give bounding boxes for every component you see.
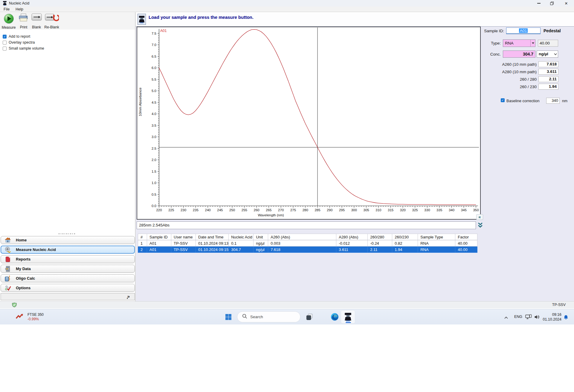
sidebar-item-label: Measure Nucleic Acid (16, 247, 56, 252)
toolbar: Measure Print Blank Re-Blank (0, 12, 135, 30)
table-cell: 40.00 (455, 240, 477, 246)
search-icon (242, 314, 247, 320)
type-label: Type: (460, 41, 501, 45)
menubar: File Help (0, 7, 574, 12)
column-header[interactable]: # (138, 234, 147, 240)
cursor-readout-field[interactable]: 285nm 2.545Abs (137, 221, 476, 229)
column-header[interactable]: Sample Type (418, 234, 455, 240)
column-header[interactable]: User name (171, 234, 196, 240)
sidebar-item-measure-nucleic-acid[interactable]: Measure Nucleic Acid (1, 246, 135, 254)
table-cell: 2.11 (368, 246, 392, 253)
column-header[interactable]: 260/230 (392, 234, 418, 240)
shield-icon (12, 302, 17, 309)
column-header[interactable]: 260/280 (368, 234, 392, 240)
table-cell: RNA (418, 240, 455, 246)
restore-button[interactable] (545, 0, 558, 7)
network-icon[interactable] (525, 314, 532, 321)
table-cell: 2 (138, 246, 147, 253)
expand-table-button[interactable] (477, 222, 483, 229)
chevron-down-icon[interactable] (530, 40, 535, 47)
search-input[interactable]: Search (237, 311, 300, 322)
sidebar-item-label: My Data (16, 267, 31, 271)
double-chevron-down-icon (478, 222, 483, 229)
edge-browser-button[interactable] (331, 313, 339, 322)
table-cell: 304.7 (229, 246, 254, 253)
menu-file[interactable]: File (4, 7, 10, 11)
print-button[interactable]: Print (17, 13, 30, 29)
svg-text:220: 220 (156, 208, 162, 212)
spectrum-chart[interactable]: 2202252302352402452502552602652702752802… (137, 27, 480, 219)
clock[interactable]: 09:16 01.10.2024 (538, 312, 561, 322)
overlay-spectra-checkbox[interactable] (3, 41, 7, 45)
minimize-button[interactable] (532, 0, 545, 7)
column-header[interactable]: A280 (Abs) (336, 234, 368, 240)
svg-text:350: 350 (473, 208, 479, 212)
ratio-260-280-value: 2.11 (538, 76, 558, 82)
taskbar: FTSE 350 -0.99% Search ENG 09:16 01.10.2… (0, 309, 574, 324)
measure-button[interactable]: Measure (1, 13, 17, 29)
small-sample-volume-label: Small sample volume (9, 46, 44, 50)
column-header[interactable]: A260 (Abs) (268, 234, 336, 240)
table-row[interactable]: 1A01TP-SSV01.10.2024 09:130.1ng/µl0.003-… (138, 240, 477, 246)
collapse-panel-button[interactable]: « (476, 214, 483, 220)
tray-show-hidden-icons-button[interactable] (504, 315, 508, 321)
start-button[interactable] (225, 314, 232, 321)
svg-text:235: 235 (193, 208, 199, 212)
sidebar-item-home[interactable]: Home (1, 236, 135, 244)
sidebar-item-reports[interactable]: Reports (1, 255, 135, 263)
small-sample-volume-option[interactable]: Small sample volume (3, 46, 92, 51)
type-dropdown[interactable]: RNA (503, 39, 535, 47)
table-cell: ng/µl (254, 246, 268, 253)
table-cell: TP-SSV (171, 240, 196, 246)
svg-text:230: 230 (181, 208, 186, 212)
notification-bell-icon[interactable] (563, 315, 569, 321)
close-button[interactable]: ✕ (560, 0, 573, 7)
baseline-correction-checkbox[interactable]: ✓ (501, 98, 505, 102)
add-to-report-option[interactable]: ✓ Add to report (3, 34, 92, 39)
column-header[interactable]: Sample ID (147, 234, 171, 240)
task-view-button[interactable] (306, 313, 313, 321)
nucleic-acid-app-icon (344, 313, 352, 321)
svg-text:4.0: 4.0 (152, 112, 156, 116)
sidebar-item-label: Home (16, 238, 27, 242)
blank-button[interactable]: Blank (30, 13, 42, 29)
weather-stocks-widget[interactable]: FTSE 350 -0.99% (16, 311, 81, 323)
widget-title: FTSE 350 (28, 313, 44, 317)
concentration-field[interactable]: 304.7 (503, 50, 535, 58)
reblank-button[interactable]: Re-Blank (43, 13, 60, 29)
table-cell: -0.012 (336, 240, 368, 246)
svg-text:2.5: 2.5 (152, 147, 156, 150)
column-header[interactable]: Factor (455, 234, 477, 240)
ratio-260-280-label: 260 / 280 (466, 77, 537, 82)
sidebar-item-oligo-calc[interactable]: Oligo Calc (1, 274, 135, 282)
overlay-spectra-option[interactable]: Overlay spectra (3, 40, 92, 45)
factor-field[interactable]: 40.00 (538, 40, 558, 47)
column-header[interactable]: Nucleic Acid (229, 234, 254, 240)
unit-dropdown[interactable]: ng/µl (537, 50, 558, 58)
sample-id-input[interactable]: A01 (506, 27, 541, 34)
svg-text:295: 295 (339, 208, 345, 212)
add-to-report-checkbox[interactable]: ✓ (3, 35, 7, 39)
stock-trend-icon (16, 313, 24, 321)
splitter-drag-handle[interactable] (59, 233, 77, 235)
sidebar-item-options[interactable]: Options (1, 284, 135, 292)
results-table[interactable]: #Sample IDUser nameDate and TimeNucleic … (138, 234, 477, 253)
sidebar-item-my-data[interactable]: My Data (1, 265, 135, 273)
language-indicator[interactable]: ENG (514, 315, 522, 319)
column-header[interactable]: Date and Time (196, 234, 229, 240)
svg-text:0.5: 0.5 (152, 193, 156, 196)
svg-text:7.0: 7.0 (152, 43, 156, 47)
sample-id-selected-text: A01 (519, 28, 527, 33)
table-cell: 0.1 (229, 240, 254, 246)
small-sample-volume-checkbox[interactable] (3, 47, 7, 50)
oligo-calc-icon (4, 275, 11, 282)
a280-label: A280 (10 mm path) (466, 70, 537, 74)
svg-text:Wavelength (nm): Wavelength (nm) (258, 213, 284, 217)
nucleic-acid-app-taskbar-button[interactable] (341, 310, 355, 324)
reblank-icon (45, 13, 59, 23)
svg-text:0.0: 0.0 (152, 204, 156, 208)
menu-help[interactable]: Help (16, 7, 23, 11)
baseline-wavelength-field[interactable]: 340 (546, 98, 560, 104)
table-row[interactable]: 2A01TP-SSV01.10.2024 09:15304.7ng/µl7.61… (138, 246, 477, 253)
column-header[interactable]: Unit (254, 234, 268, 240)
